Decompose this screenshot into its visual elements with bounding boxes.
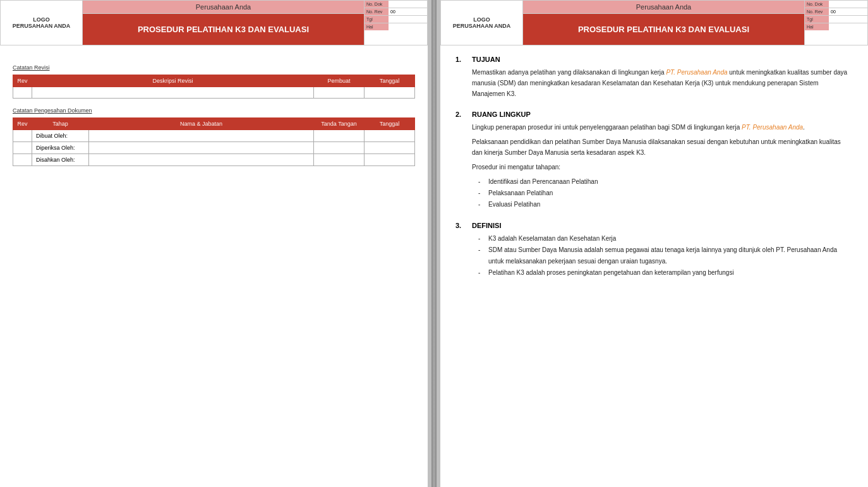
appr-td-rev-0 — [13, 130, 32, 142]
highlight-pta-1: PT. Perusahaan Anda — [666, 69, 727, 76]
appr-td-tanda-2 — [314, 154, 365, 166]
bullet-text-3: Evaluasi Pelatihan — [488, 199, 540, 210]
p2-meta-value-2 — [829, 16, 867, 23]
appr-th-rev: Rev — [13, 118, 32, 130]
p2-meta-value-3 — [829, 23, 867, 30]
appr-td-rev-1 — [13, 142, 32, 154]
p2-meta-label-3: Hal — [805, 23, 829, 30]
rev-td-tanggal — [365, 87, 415, 99]
page-1: LOGO PERUSAHAAN ANDA Perusahaan Anda PRO… — [0, 0, 428, 487]
rev-th-pembuat: Pembuat — [314, 75, 365, 87]
p2-meta-label-0: No. Dok — [805, 1, 829, 8]
def-text-1: K3 adalah Keselamatan dan Kesehatan Kerj… — [488, 233, 616, 244]
logo-box-1: LOGO PERUSAHAAN ANDA — [1, 1, 83, 45]
revision-label: Catatan Revisi — [13, 64, 415, 71]
appr-th-nama: Nama & Jabatan — [89, 118, 314, 130]
meta-value-0 — [389, 1, 427, 8]
section-definisi: 3. DEFINISI - K3 adalah Keselamatan dan … — [455, 222, 853, 279]
list-item: - SDM atau Sumber Daya Manusia adalah se… — [478, 244, 853, 267]
section-title-definisi: DEFINISI — [472, 222, 501, 229]
logo-line1-p2: LOGO — [473, 16, 490, 23]
section-heading-tujuan: 1. TUJUAN — [455, 56, 853, 63]
p2-meta-row-1: No. Rev 00 — [805, 8, 867, 16]
logo-box-2: LOGO PERUSAHAAN ANDA — [441, 1, 523, 45]
table-row: Diperiksa Oleh: — [13, 142, 415, 154]
rev-td-rev — [13, 87, 32, 99]
section-number-3: 3. — [455, 222, 468, 229]
logo-line2-p2: PERUSAHAAN ANDA — [453, 23, 511, 29]
list-item: - Evaluasi Pelatihan — [478, 199, 853, 210]
ruanglingkup-bullets: - Identifikasi dan Perencanaan Pelatihan… — [478, 176, 853, 210]
highlight-pta-2: PT. Perusahaan Anda — [742, 124, 803, 131]
header-middle-2: Perusahaan Anda PROSEDUR PELATIHAN K3 DA… — [523, 1, 804, 45]
appr-td-tahap-2: Disahkan Oleh: — [32, 154, 89, 166]
ruanglingkup-para-1: Lingkup penerapan prosedur ini untuk pen… — [472, 122, 853, 133]
header-meta-row-3: Hal — [365, 23, 427, 30]
bullet-dash-3: - — [478, 199, 485, 210]
company-name-2: Perusahaan Anda — [523, 1, 804, 14]
appr-th-tanggal: Tanggal — [365, 118, 415, 130]
page2-header: LOGO PERUSAHAAN ANDA Perusahaan Anda PRO… — [440, 0, 868, 45]
header-meta-row-1: No. Rev 00 — [365, 8, 427, 16]
approval-label: Catatan Pengesahan Dokumen — [13, 107, 415, 114]
section-number-1: 1. — [455, 56, 468, 63]
header-middle-1: Perusahaan Anda PROSEDUR PELATIHAN K3 DA… — [83, 1, 364, 45]
logo-line2: PERUSAHAAN ANDA — [13, 23, 71, 29]
ruanglingkup-para-3: Prosedur ini mengatur tahapan: — [472, 162, 853, 172]
page1-header: LOGO PERUSAHAAN ANDA Perusahaan Anda PRO… — [0, 0, 428, 45]
meta-label-2: Tgl — [365, 16, 389, 23]
bullet-text-1: Identifikasi dan Perencanaan Pelatihan — [488, 176, 598, 188]
rev-td-pembuat — [314, 87, 365, 99]
meta-value-1: 00 — [389, 8, 427, 15]
table-row: Disahkan Oleh: — [13, 154, 415, 166]
logo-line1: LOGO — [33, 16, 50, 23]
section-heading-definisi: 3. DEFINISI — [455, 222, 853, 229]
appr-td-tahap-1: Diperiksa Oleh: — [32, 142, 89, 154]
section-number-2: 2. — [455, 111, 468, 118]
appr-td-tanda-1 — [314, 142, 365, 154]
appr-td-nama-2 — [89, 154, 314, 166]
def-text-3: Pelatihan K3 adalah proses peningkatan p… — [488, 267, 734, 279]
p2-meta-value-0 — [829, 1, 867, 8]
page1-content: Catatan Revisi Rev Deskripsi Revisi Pemb… — [0, 45, 428, 176]
appr-td-tahap-0: Dibuat Oleh: — [32, 130, 89, 142]
header-right-2: No. Dok No. Rev 00 Tgl Hal — [804, 1, 867, 45]
def-dash-1: - — [478, 233, 485, 244]
p2-meta-row-0: No. Dok — [805, 1, 867, 8]
approval-table: Rev Tahap Nama & Jabatan Tanda Tangan Ta… — [13, 117, 415, 166]
def-dash-2: - — [478, 244, 485, 267]
def-dash-3: - — [478, 267, 485, 279]
table-row: Dibuat Oleh: — [13, 130, 415, 142]
appr-td-nama-0 — [89, 130, 314, 142]
p2-meta-label-1: No. Rev — [805, 8, 829, 15]
header-meta-row-2: Tgl — [365, 16, 427, 23]
meta-label-3: Hal — [365, 23, 389, 30]
procedure-title-2: PROSEDUR PELATIHAN K3 DAN EVALUASI — [523, 14, 804, 45]
bullet-text-2: Pelaksanaan Pelatihan — [488, 188, 553, 199]
p2-meta-label-2: Tgl — [805, 16, 829, 23]
highlight-pta-3: PT. Perusahaan Anda — [776, 246, 837, 253]
appr-th-tanda: Tanda Tangan — [314, 118, 365, 130]
revision-table: Rev Deskripsi Revisi Pembuat Tanggal — [13, 75, 415, 99]
appr-td-tanggal-1 — [365, 142, 415, 154]
p2-meta-row-3: Hal — [805, 23, 867, 30]
page-divider — [431, 0, 437, 487]
procedure-title-1: PROSEDUR PELATIHAN K3 DAN EVALUASI — [83, 14, 364, 45]
section-heading-ruanglingkup: 2. RUANG LINGKUP — [455, 111, 853, 118]
section-title-tujuan: TUJUAN — [472, 56, 500, 63]
meta-label-1: No. Rev — [365, 8, 389, 15]
meta-label-0: No. Dok — [365, 1, 389, 8]
section-ruang-lingkup: 2. RUANG LINGKUP Lingkup penerapan prose… — [455, 111, 853, 210]
page2-content: 1. TUJUAN Memastikan adanya pelatihan ya… — [440, 45, 868, 300]
section-title-ruanglingkup: RUANG LINGKUP — [472, 111, 531, 118]
appr-td-tanda-0 — [314, 130, 365, 142]
rev-th-tanggal: Tanggal — [365, 75, 415, 87]
bullet-dash-2: - — [478, 188, 485, 199]
list-item: - Pelatihan K3 adalah proses peningkatan… — [478, 267, 853, 279]
section-tujuan: 1. TUJUAN Memastikan adanya pelatihan ya… — [455, 56, 853, 99]
pages-container: LOGO PERUSAHAAN ANDA Perusahaan Anda PRO… — [0, 0, 868, 487]
header-meta-row-0: No. Dok — [365, 1, 427, 8]
appr-td-tanggal-2 — [365, 154, 415, 166]
appr-td-nama-1 — [89, 142, 314, 154]
table-row — [13, 87, 415, 99]
